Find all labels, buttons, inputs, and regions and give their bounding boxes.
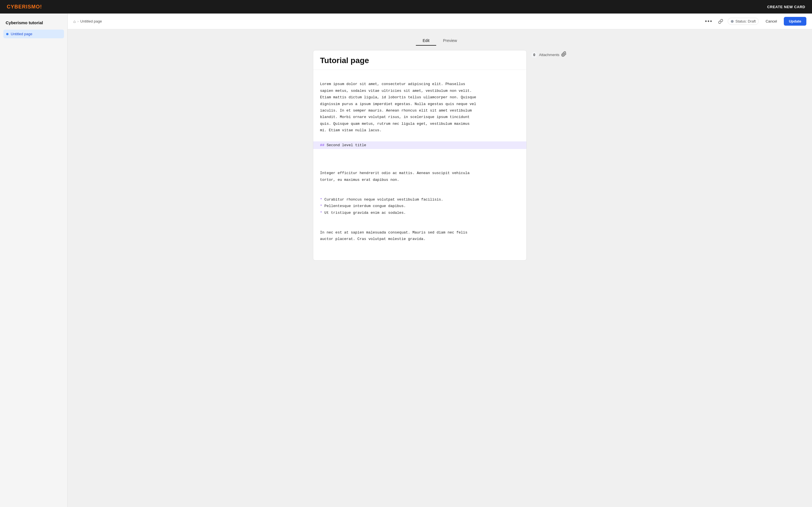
- edit-preview-tabs: Edit Preview: [73, 36, 806, 46]
- more-options-button[interactable]: •••: [704, 17, 714, 25]
- para1: Lorem ipsum dolor sit amet, consectetur …: [320, 82, 476, 132]
- attachments-sidebar: 0 Attachments: [531, 50, 567, 261]
- status-dot: [731, 20, 733, 23]
- tab-edit[interactable]: Edit: [416, 36, 436, 46]
- h2-line: ## Second level title: [313, 142, 526, 149]
- cancel-button[interactable]: Cancel: [762, 17, 780, 25]
- main-layout: Cyberismo tutorial Untitled page ⌂ › Unt…: [0, 13, 812, 507]
- sidebar-item-label: Untitled page: [11, 32, 33, 36]
- attachments-area: 0 Attachments: [531, 51, 567, 58]
- bullet-list: * Curabitur rhoncus neque volutpat vesti…: [320, 198, 443, 215]
- content-header: ⌂ › Untitled page ••• Status: Draft Canc…: [68, 13, 812, 29]
- link-button[interactable]: [717, 18, 724, 25]
- logo: CYBERISMO!: [7, 4, 42, 10]
- attachments-label: Attachments: [539, 53, 559, 57]
- attachment-count: 0: [531, 52, 538, 58]
- attachment-icon[interactable]: [561, 51, 567, 58]
- para3: In nec est at sapien malesuada consequat…: [320, 230, 467, 241]
- sidebar-item-untitled-page[interactable]: Untitled page: [3, 30, 64, 38]
- top-navigation: CYBERISMO! CREATE NEW CARD: [0, 0, 812, 13]
- status-badge: Status: Draft: [728, 18, 759, 25]
- sidebar-item-indicator: [6, 33, 8, 35]
- card-title: Tutorial page: [320, 56, 520, 65]
- content-area: Edit Preview Tutorial page Lorem ipsum d…: [68, 29, 812, 507]
- tab-preview[interactable]: Preview: [436, 36, 464, 46]
- header-actions: ••• Status: Draft Cancel Update: [704, 17, 806, 25]
- sidebar: Cyberismo tutorial Untitled page: [0, 13, 68, 507]
- status-label: Status: Draft: [735, 19, 756, 23]
- more-icon: •••: [705, 18, 712, 24]
- editor-content[interactable]: Lorem ipsum dolor sit amet, consectetur …: [320, 74, 520, 256]
- editor-wrapper: Tutorial page Lorem ipsum dolor sit amet…: [313, 50, 567, 261]
- create-new-card-button[interactable]: CREATE NEW CARD: [767, 5, 805, 9]
- breadcrumb: ⌂ › Untitled page: [73, 19, 102, 24]
- logo-text: CYBERISMO: [7, 4, 40, 10]
- card-title-area: Tutorial page: [313, 50, 526, 70]
- home-icon: ⌂: [73, 19, 75, 24]
- breadcrumb-separator: ›: [77, 19, 79, 23]
- editor-card: Tutorial page Lorem ipsum dolor sit amet…: [313, 50, 527, 261]
- sidebar-project-title: Cyberismo tutorial: [3, 18, 64, 30]
- para2: Integer efficitur hendrerit odio ac matt…: [320, 171, 470, 182]
- main-content: ⌂ › Untitled page ••• Status: Draft Canc…: [68, 13, 812, 507]
- card-body[interactable]: Lorem ipsum dolor sit amet, consectetur …: [313, 70, 526, 260]
- link-icon: [718, 19, 723, 24]
- breadcrumb-page-label: Untitled page: [80, 19, 102, 23]
- update-button[interactable]: Update: [784, 17, 806, 25]
- logo-exclamation: !: [40, 4, 42, 10]
